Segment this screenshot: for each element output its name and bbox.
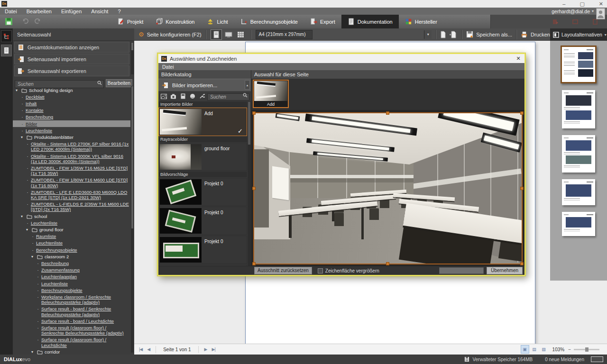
layout-page-2[interactable] [562, 90, 595, 128]
save-as-button[interactable]: Speichern als... [466, 31, 512, 38]
expand-arrow-icon[interactable]: ▾ [31, 255, 35, 259]
save-icon[interactable] [5, 18, 13, 26]
tab-projekt[interactable]: Projekt [111, 15, 149, 28]
view-single-page-button[interactable] [211, 29, 222, 40]
import-images-button[interactable]: Bilder importieren... ▲ [158, 79, 251, 91]
tree-item-oktalite-sistema-led-2700k-sp-si[interactable]: ·Oktalite - Sistema LED 2700K SP silber … [13, 141, 130, 153]
maximize-button[interactable]: ▢ [579, 0, 584, 8]
paper-format-dropdown-arrow[interactable]: ▾ [424, 30, 432, 39]
crop-handle-top-middle[interactable] [386, 111, 389, 115]
action-seitenauswahl-exportieren[interactable]: Seitenauswahl exportieren [14, 65, 129, 76]
crop-handle-bottom-middle[interactable] [386, 262, 389, 265]
crop-handle-bottom-right[interactable] [520, 262, 524, 265]
action-gesamtdokumentation-anzeigen[interactable]: Gesamtdokumentation anzeigen [14, 42, 129, 53]
tree-folder-ground-floor[interactable]: ▾ground floor [13, 226, 130, 233]
tree-folder-produktdatenbl-tter[interactable]: ▾Produktdatenblätter [13, 134, 130, 140]
filter-render-icon[interactable] [188, 92, 196, 100]
enlarge-canvas-checkbox[interactable] [318, 268, 323, 273]
tree-item-deckblatt[interactable]: ·Deckblatt [13, 93, 130, 100]
tree-item-surface-result-classroom-floor-s[interactable]: ·Surface result (classroom floor) / Senk… [13, 325, 130, 337]
tree-item-zumtobel-few-1-80w-t16-m600-lde-[interactable]: ·ZUMTOBEL - FEW 1/80W T16 M600 LDE [STD]… [13, 177, 130, 189]
tree-folder-school-lighting-design[interactable]: ▾School lighting design [13, 87, 130, 93]
crop-handle-middle-left[interactable] [252, 187, 256, 190]
tree-folder-corridor[interactable]: ▾corridor [13, 348, 130, 355]
messages-status[interactable]: 0 neue Meldungen [545, 357, 584, 362]
tree-item-leuchtenlageplan[interactable]: ·Leuchtenlageplan [13, 273, 130, 280]
selected-image-thumbnail[interactable]: Add [253, 80, 289, 108]
crop-handle-top-left[interactable] [252, 111, 256, 115]
expand-arrow-icon[interactable]: ▾ [31, 350, 35, 354]
tree-item-workplane-classroom-senkrechte-b[interactable]: ·Workplane classroom / Senkrechte Beleuc… [13, 294, 130, 306]
sidebar-scrollbar-top[interactable] [131, 42, 134, 74]
crop-handle-top-right[interactable] [520, 111, 524, 115]
duplicate-page-icon[interactable] [449, 31, 458, 38]
zoom-slider-thumb[interactable] [585, 347, 589, 352]
tree-item-surface-result-board-senkrechte-[interactable]: ·Surface result - board / Senkrechte Bel… [13, 306, 130, 318]
layout-page-5[interactable] [562, 212, 595, 236]
catalog-scroll-up-button[interactable]: ▲ [245, 80, 250, 90]
tree-item-berechnungsobjekte[interactable]: ·Berechnungsobjekte [13, 246, 130, 253]
tree-item-berechnungsobjekte[interactable]: ·Berechnungsobjekte [13, 287, 130, 293]
layout-page-3[interactable] [562, 135, 595, 173]
avatar[interactable] [596, 8, 605, 19]
menu-item-datei[interactable]: Datei [0, 9, 22, 14]
expand-arrow-icon[interactable]: ▾ [16, 88, 19, 92]
print-button[interactable]: Drucken [521, 31, 550, 38]
catalog-item-projekt-0[interactable]: Projekt 0 [158, 178, 247, 206]
dialog-menu-datei[interactable]: Datei [162, 64, 174, 70]
tree-item-beschreibung[interactable]: ·Beschreibung [13, 114, 130, 120]
tree-item-surface-result-classroom-floor-l[interactable]: ·Surface result (classroom floor) / Leuc… [13, 337, 130, 348]
menu-item-bearbeiten[interactable]: Bearbeiten [22, 9, 56, 14]
zoom-slider[interactable] [574, 349, 599, 350]
tree-item-surface-result-board-leuchtdicht[interactable]: ·Surface result - board / Leuchtdichte [13, 318, 130, 324]
view-table-button[interactable] [235, 29, 247, 40]
tab-dokumentation[interactable]: Dokumentation [341, 15, 399, 28]
catalog-item-projekt-0[interactable]: Projekt 0 [158, 236, 247, 264]
apply-button[interactable]: Übernehmen [487, 267, 523, 274]
paper-format-select[interactable]: A4 (210mm x 297mm) [256, 30, 313, 39]
tab-konstruktion[interactable]: Konstruktion [149, 15, 201, 28]
sidebar-tree-scrollbar[interactable] [131, 86, 134, 353]
tree-item-zumtobel-lfe-e-led3600-830-m600q[interactable]: ·ZUMTOBEL - LFE E LED3600-830 M600Q LDO … [13, 189, 130, 200]
tree-item-oktalite-sistema-led-3000k-vfl-s[interactable]: ·Oktalite - Sistema LED 3000K VFL silber… [13, 153, 130, 164]
filter-tools-icon[interactable] [198, 92, 206, 100]
actual-size-button[interactable]: ▧ [540, 345, 548, 354]
catalog-item-add[interactable]: Add✓ [158, 108, 247, 136]
tree-item-beschreibung[interactable]: ·Beschreibung [13, 260, 130, 266]
reset-crop-button[interactable]: Ausschnitt zurücksetzen [254, 267, 312, 274]
menu-item-[interactable]: ? [113, 9, 125, 14]
layout-page-1[interactable] [561, 46, 597, 83]
action-seitenauswahl-importieren[interactable]: Seitenauswahl importieren [14, 54, 129, 64]
tree-item-leuchtenliste[interactable]: ·Leuchtenliste [13, 240, 130, 246]
catalog-item-ground-floor[interactable]: ground floor [158, 143, 247, 171]
tree-item-leuchtenliste[interactable]: ·Leuchtenliste [13, 219, 130, 226]
tree-item-kontakte[interactable]: ·Kontakte [13, 107, 130, 114]
layout-page-4[interactable] [562, 179, 595, 205]
tree-item-bilder[interactable]: ·Bilder [13, 120, 130, 127]
tab-berechnungsobjekte[interactable]: Berechnungsobjekte [234, 15, 304, 28]
tree-item-zumtobel-few-1-35w-t16-m625-lde-[interactable]: ·ZUMTOBEL - FEW 1/35W T16 M625 LDE [STD]… [13, 164, 130, 176]
page-list-icon[interactable] [1, 45, 12, 56]
tab-hersteller[interactable]: Hersteller [399, 15, 443, 28]
layout-alternatives-header[interactable]: Layoutalternativen ▾ [550, 28, 607, 41]
last-page-button[interactable]: ▶| [212, 347, 215, 352]
fit-page-button[interactable]: ▣ [521, 345, 529, 354]
dialog-titlebar[interactable]: Dx Auswählen und Zuschneiden ✕ [158, 54, 524, 63]
expand-arrow-icon[interactable]: ▾ [21, 214, 25, 218]
close-button[interactable]: ✕ [599, 0, 603, 8]
configure-page-button[interactable]: ⚙ Seite konfigurieren (F2) [138, 31, 202, 37]
fit-width-button[interactable]: ▤ [530, 345, 539, 354]
next-page-button[interactable]: ▶ [204, 347, 207, 352]
tab-licht[interactable]: Licht [201, 15, 234, 28]
zoom-out-button[interactable]: − [568, 347, 571, 352]
user-account[interactable]: gerhardt@dial.de ▾ [552, 8, 594, 15]
view-spread-button[interactable] [223, 29, 234, 40]
tree-folder-classroom-2[interactable]: ▾classroom 2 [13, 253, 130, 260]
tree-item-zusammenfassung[interactable]: ·Zusammenfassung [13, 267, 130, 273]
filter-images-icon[interactable] [160, 92, 168, 100]
tree-item-zumtobel-l-fields-e-2-35w-t16-m6[interactable]: ·ZUMTOBEL - L-FIELDS E 2/35W T16 M600 LD… [13, 201, 130, 213]
tree-item-leuchtenliste[interactable]: ·Leuchtenliste [13, 280, 130, 287]
expand-arrow-icon[interactable]: ▾ [26, 228, 30, 232]
new-page-icon[interactable] [440, 31, 446, 38]
menu-item-einf-gen[interactable]: Einfügen [56, 9, 86, 14]
